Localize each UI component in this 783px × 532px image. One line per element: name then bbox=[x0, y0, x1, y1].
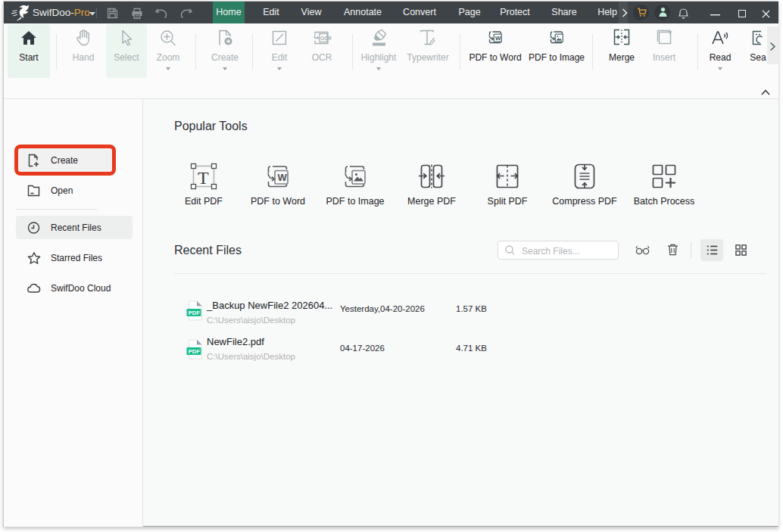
svg-text:PDF: PDF bbox=[189, 310, 200, 316]
svg-text:W: W bbox=[278, 172, 288, 183]
svg-text:PDF: PDF bbox=[189, 348, 200, 355]
svg-text:T: T bbox=[198, 168, 209, 188]
svg-text:OCR: OCR bbox=[320, 36, 332, 41]
svg-text:W: W bbox=[495, 35, 501, 42]
